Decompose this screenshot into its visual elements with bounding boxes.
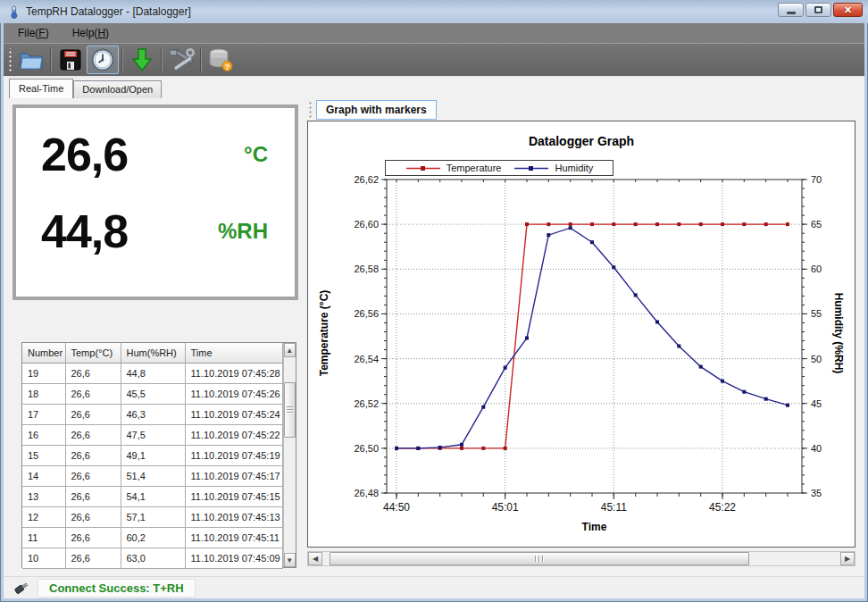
- readout-panel: 26,6 °C 44,8 %RH: [13, 105, 298, 300]
- graph-toolstrip-grip[interactable]: [308, 101, 313, 119]
- series-humidity: [396, 228, 788, 448]
- col-time[interactable]: Time: [185, 343, 282, 363]
- svg-text:50: 50: [811, 354, 822, 364]
- chart-title: Datalogger Graph: [308, 134, 855, 148]
- table-row[interactable]: 1826,645,511.10.2019 07:45:26: [22, 383, 282, 404]
- download-button[interactable]: [126, 46, 158, 74]
- svg-text:26,52: 26,52: [354, 398, 379, 409]
- svg-text:26,60: 26,60: [354, 219, 379, 230]
- minimize-button[interactable]: [778, 3, 804, 17]
- table-body: 1926,644,811.10.2019 07:45:281826,645,51…: [22, 363, 282, 568]
- download-arrow-icon: [130, 47, 154, 72]
- close-button[interactable]: ✕: [833, 3, 863, 17]
- close-icon: ✕: [844, 4, 852, 16]
- col-temp[interactable]: Temp(°C): [65, 343, 121, 363]
- table-row[interactable]: 1926,644,811.10.2019 07:45:28: [22, 363, 282, 383]
- temperature-value: 26,6: [41, 128, 128, 181]
- clock-icon: [90, 47, 115, 72]
- table-row[interactable]: 1626,647,511.10.2019 07:45:22: [22, 424, 282, 445]
- svg-text:26,54: 26,54: [354, 354, 379, 364]
- window-title: TempRH Datalogger - [Datalogger]: [26, 5, 191, 18]
- svg-text:65: 65: [811, 219, 822, 230]
- toolbar-separator: [161, 47, 163, 72]
- scroll-up-icon[interactable]: ▲: [284, 343, 296, 357]
- svg-text:55: 55: [811, 308, 822, 319]
- scroll-down-icon[interactable]: ▼: [284, 553, 296, 567]
- svg-text:26,58: 26,58: [354, 263, 379, 274]
- toolbar-separator: [50, 47, 52, 72]
- database-help-button[interactable]: ?: [204, 46, 237, 74]
- table-row[interactable]: 1126,660,211.10.2019 07:45:11: [22, 527, 282, 548]
- chart: 26,4826,5026,5226,5426,5626,5826,6026,62…: [308, 121, 855, 547]
- scrollbar-thumb[interactable]: [284, 382, 296, 438]
- legend-item: Temperature: [405, 163, 502, 173]
- open-folder-icon: [18, 48, 45, 71]
- x-axis-label: Time: [387, 521, 802, 533]
- title-bar[interactable]: TempRH Datalogger - [Datalogger] ✕: [0, 0, 868, 23]
- svg-text:45:01: 45:01: [492, 501, 519, 514]
- left-axis-label: Temperature (°C): [318, 235, 330, 431]
- table-row[interactable]: 1526,649,111.10.2019 07:45:19: [22, 445, 282, 465]
- table-row[interactable]: 1026,663,011.10.2019 07:45:09: [22, 548, 282, 568]
- menu-help[interactable]: Help(H): [72, 27, 109, 39]
- table-row[interactable]: 1226,657,111.10.2019 07:45:13: [22, 506, 282, 527]
- legend-item: Humidity: [513, 163, 593, 173]
- thermometer-icon: [7, 5, 21, 19]
- toolbar-separator: [121, 47, 123, 72]
- humidity-unit: %RH: [218, 219, 268, 244]
- table-row[interactable]: 1426,651,411.10.2019 07:45:17: [22, 465, 282, 486]
- status-message: Connect Success: T+RH: [38, 579, 196, 598]
- chart-panel: Datalogger Graph TemperatureHumidity Tem…: [307, 121, 855, 548]
- question-mark-icon: ?: [225, 63, 230, 71]
- database-icon: ?: [207, 47, 234, 72]
- svg-text:45:22: 45:22: [709, 501, 736, 514]
- table-row[interactable]: 1326,654,111.10.2019 07:45:15: [22, 486, 282, 506]
- log-table: Number Temp(°C) Hum(%RH) Time 1926,644,8…: [21, 342, 296, 568]
- floppy-disk-icon: [59, 48, 82, 71]
- col-hum[interactable]: Hum(%RH): [121, 343, 185, 363]
- table-scrollbar[interactable]: ▲ ▼: [283, 343, 296, 567]
- svg-text:44:50: 44:50: [383, 501, 410, 514]
- tab-real-time[interactable]: Real-Time: [9, 79, 73, 98]
- humidity-value: 44,8: [41, 205, 128, 258]
- menu-file[interactable]: File(F): [18, 27, 49, 39]
- series-temperature: [396, 224, 788, 448]
- svg-text:45:11: 45:11: [601, 501, 627, 514]
- app-window: TempRH Datalogger - [Datalogger] ✕ File(…: [0, 0, 868, 602]
- toolbar-separator: [200, 47, 202, 72]
- svg-text:40: 40: [811, 443, 822, 454]
- thumb-grip: [287, 406, 293, 414]
- scroll-right-icon[interactable]: ▶: [840, 552, 855, 565]
- toolbar-grip[interactable]: [7, 48, 13, 71]
- minimize-icon: [787, 12, 796, 14]
- table-row[interactable]: 1726,646,311.10.2019 07:45:24: [22, 404, 282, 424]
- svg-text:45: 45: [811, 398, 822, 409]
- scroll-left-icon[interactable]: ◀: [308, 552, 322, 565]
- content-area: Real-Time Download/Open 26,6 °C 44,8 %RH: [4, 76, 864, 576]
- open-file-button[interactable]: [15, 46, 47, 74]
- chart-legend: TemperatureHumidity: [385, 160, 613, 176]
- graph-with-markers-button[interactable]: Graph with markers: [316, 100, 437, 120]
- settings-button[interactable]: [165, 46, 197, 74]
- svg-text:26,56: 26,56: [354, 308, 379, 319]
- graph-hscrollbar[interactable]: ◀ ▶: [307, 551, 855, 566]
- right-axis-label: Humidity (%RH): [832, 235, 845, 431]
- svg-text:35: 35: [811, 488, 822, 498]
- svg-text:60: 60: [811, 263, 822, 274]
- hscrollbar-thumb[interactable]: [330, 552, 749, 565]
- maximize-button[interactable]: [805, 3, 831, 17]
- connector-icon: [13, 581, 29, 595]
- save-file-button[interactable]: [54, 46, 87, 74]
- table-header[interactable]: Number Temp(°C) Hum(%RH) Time: [22, 343, 282, 363]
- svg-text:26,50: 26,50: [354, 443, 379, 454]
- svg-text:26,48: 26,48: [354, 488, 379, 498]
- svg-text:70: 70: [811, 174, 822, 185]
- tab-strip: Real-Time Download/Open: [9, 79, 162, 98]
- realtime-button[interactable]: [87, 46, 119, 74]
- tab-download-open[interactable]: Download/Open: [73, 80, 162, 98]
- status-bar: Connect Success: T+RH: [4, 576, 864, 598]
- col-number[interactable]: Number: [22, 343, 65, 363]
- svg-text:26,62: 26,62: [354, 174, 379, 185]
- toolbar: ?: [4, 43, 864, 76]
- temperature-unit: °C: [244, 142, 268, 167]
